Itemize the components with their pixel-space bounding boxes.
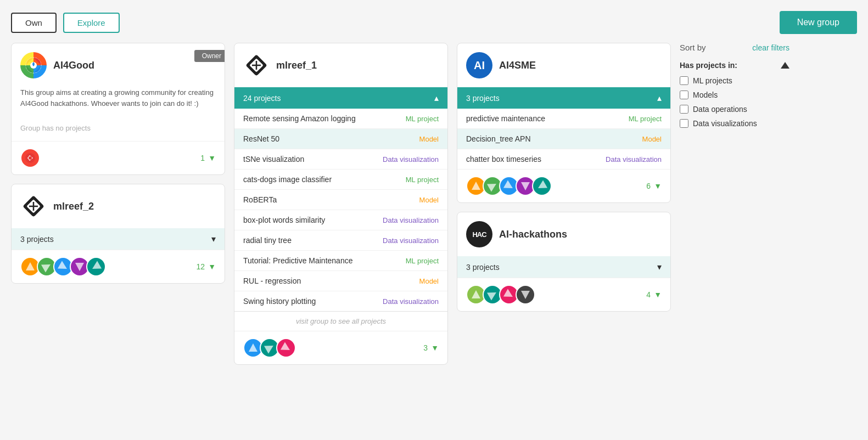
group-name-mlreef1: mlreef_1 (276, 60, 317, 71)
triangle-up-icon (781, 62, 789, 69)
group-card-ai4sme: AI AI4SME 3 projects ▴ predictive mainte… (457, 43, 671, 203)
left-column: AI4Good Owner This group aims at creatin… (11, 43, 225, 284)
projects-bar-ai-hackathons[interactable]: 3 projects ▾ (457, 256, 670, 278)
group-header-mlreef1: mlreef_1 (234, 43, 447, 87)
member-avatars-mlreef2 (20, 257, 106, 277)
member-count-mlreef2: 12 ▼ (197, 262, 216, 271)
sort-row: Sort by clear filters (680, 43, 789, 52)
group-desc-ai4good: This group aims at creating a growing co… (12, 87, 225, 115)
project-item[interactable]: predictive maintenance ML project (457, 109, 670, 129)
card-footer-ai4sme: 6 ▼ (457, 169, 670, 202)
projects-count-mlreef2: 3 projects (20, 235, 54, 244)
group-name-mlreef2: mlreef_2 (53, 201, 94, 212)
clear-filters-link[interactable]: clear filters (752, 43, 789, 52)
card-footer-mlreef2: 12 ▼ (12, 250, 225, 283)
member-avatars-mlreef1 (243, 338, 296, 358)
chevron-ai4sme: ▴ (657, 93, 662, 103)
card-footer-ai-hackathons: 4 ▼ (457, 278, 670, 311)
filter-item-ml[interactable]: ML projects (680, 76, 789, 85)
member-count-arrow4: ▼ (654, 182, 662, 190)
filter-item-data-viz[interactable]: Data visualizations (680, 119, 789, 128)
filter-label-models: Models (693, 91, 718, 99)
filter-title: Has projects in: (680, 61, 789, 70)
projects-bar-mlreef1[interactable]: 24 projects ▴ (234, 87, 447, 109)
group-header-ai4good: AI4Good Owner (12, 43, 225, 87)
group-card-ai-hackathons: HAC AI-hackathons 3 projects ▾ (457, 212, 671, 312)
right-column: AI AI4SME 3 projects ▴ predictive mainte… (457, 43, 671, 312)
card-footer-ai4good: 1 ▼ (12, 141, 225, 174)
new-group-button[interactable]: New group (780, 11, 857, 34)
member-count-mlreef1: 3 ▼ (423, 343, 439, 352)
project-item[interactable]: box-plot words similarity Data visualiza… (234, 210, 447, 230)
project-item[interactable]: RUL - regression Model (234, 271, 447, 291)
project-item[interactable]: tSNe visualization Data visualization (234, 149, 447, 170)
tab-explore[interactable]: Explore (63, 13, 120, 33)
filter-item-data-ops[interactable]: Data operations (680, 105, 789, 114)
avatar-ai-hackathons: HAC (466, 221, 492, 247)
member-count-ai4sme: 6 ▼ (646, 182, 662, 190)
filter-label-ml: ML projects (693, 76, 732, 85)
filter-checkbox-data-ops[interactable] (680, 105, 688, 114)
sort-label: Sort by (680, 43, 706, 52)
page: Own Explore New group (0, 0, 868, 376)
avatar-ai4good (20, 52, 47, 78)
tab-group: Own Explore (11, 13, 120, 33)
projects-bar-ai4sme[interactable]: 3 projects ▴ (457, 87, 670, 109)
member-avatars-ai-hackathons (466, 285, 535, 304)
member-count-ai-hackathons: 4 ▼ (646, 290, 662, 299)
member-avatar (532, 176, 552, 196)
project-item[interactable]: Decision_tree APN Model (457, 129, 670, 149)
svg-point-3 (29, 156, 32, 160)
group-name-ai4sme: AI4SME (499, 60, 536, 71)
owner-badge: Owner (194, 50, 225, 62)
member-count-arrow: ▼ (208, 154, 216, 162)
project-list-mlreef1: Remote sensing Amazon logging ML project… (234, 109, 447, 311)
group-name-ai-hackathons: AI-hackathons (499, 229, 567, 240)
filter-item-models[interactable]: Models (680, 91, 789, 99)
sidebar-filters: Sort by clear filters Has projects in: M… (680, 43, 789, 133)
visit-group-link[interactable]: visit group to see all projects (234, 311, 447, 331)
tab-own[interactable]: Own (11, 13, 57, 33)
group-card-ai4good: AI4Good Owner This group aims at creatin… (11, 43, 225, 175)
avatar-mlreef2 (20, 193, 47, 219)
project-item[interactable]: Swing history plotting Data visualizatio… (234, 291, 447, 311)
projects-count-mlreef1: 24 projects (243, 94, 281, 103)
filter-checkbox-data-viz[interactable] (680, 119, 688, 128)
middle-column: mlreef_1 24 projects ▴ Remote sensing Am… (234, 43, 448, 365)
member-avatar (20, 148, 40, 168)
top-bar: Own Explore New group (11, 11, 857, 34)
project-item[interactable]: RoBERTa Model (234, 190, 447, 210)
group-no-projects-ai4good: Group has no projects (12, 115, 225, 141)
member-avatar (516, 285, 535, 304)
svg-text:HAC: HAC (472, 230, 487, 239)
project-item[interactable]: Remote sensing Amazon logging ML project (234, 109, 447, 129)
main-content: AI4Good Owner This group aims at creatin… (11, 43, 857, 365)
project-item[interactable]: chatter box timeseries Data visualizatio… (457, 149, 670, 169)
member-count-arrow3: ▼ (431, 343, 439, 352)
project-item[interactable]: cats-dogs image classifier ML project (234, 170, 447, 190)
member-count-arrow2: ▼ (208, 262, 216, 271)
member-count-ai4good: 1 ▼ (200, 154, 216, 162)
member-count-arrow5: ▼ (654, 290, 662, 299)
filter-checkbox-models[interactable] (680, 91, 688, 99)
projects-bar-mlreef2[interactable]: 3 projects ▾ (12, 228, 225, 250)
projects-count-ai4sme: 3 projects (466, 94, 500, 103)
chevron-ai-hackathons: ▾ (657, 262, 662, 272)
project-item[interactable]: Tutorial: Predictive Maintenance ML proj… (234, 251, 447, 271)
chevron-mlreef1: ▴ (434, 93, 439, 103)
filter-section: Has projects in: ML projects Models Data… (680, 61, 789, 128)
projects-count-ai-hackathons: 3 projects (466, 263, 500, 272)
member-avatar (276, 338, 296, 358)
project-item[interactable]: ResNet 50 Model (234, 129, 447, 149)
member-avatars-ai4sme (466, 176, 552, 196)
group-name-ai4good: AI4Good (53, 60, 94, 71)
group-card-mlreef2: mlreef_2 3 projects ▾ (11, 184, 225, 284)
avatar-mlreef1 (243, 52, 270, 78)
group-header-ai-hackathons: HAC AI-hackathons (457, 212, 670, 256)
filter-title-text: Has projects in: (680, 61, 737, 70)
filter-label-data-ops: Data operations (693, 105, 747, 114)
project-item[interactable]: radial tiny tree Data visualization (234, 230, 447, 251)
filter-checkbox-ml[interactable] (680, 76, 688, 85)
avatar-ai4sme: AI (466, 52, 492, 78)
member-avatars-ai4good (20, 148, 40, 168)
